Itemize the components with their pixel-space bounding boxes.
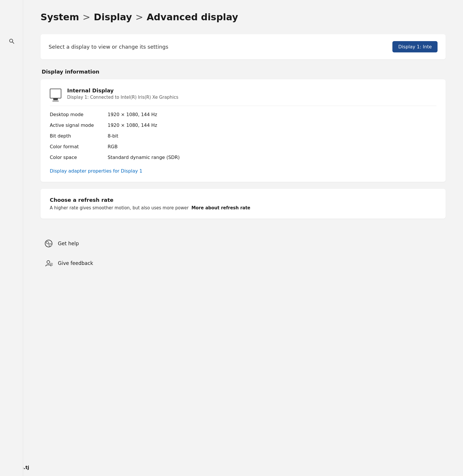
display-header: Internal Display Display 1: Connected to… xyxy=(50,87,436,106)
display-subtitle: Display 1: Connected to Intel(R) Iris(R)… xyxy=(67,95,178,100)
refresh-rate-description: A higher rate gives smoother motion, but… xyxy=(50,205,436,210)
give-feedback-icon xyxy=(44,259,53,268)
value-bit-depth: 8-bit xyxy=(108,133,436,139)
breadcrumb-sep1: > xyxy=(82,12,90,23)
svg-rect-8 xyxy=(50,263,53,266)
display-information-title: Display information xyxy=(41,69,446,75)
give-feedback-item[interactable]: Give feedback xyxy=(41,253,446,273)
display-information-card: Internal Display Display 1: Connected to… xyxy=(41,79,446,182)
value-desktop-mode: 1920 × 1080, 144 Hz xyxy=(108,112,436,117)
label-color-space: Color space xyxy=(50,155,108,160)
display-info-table: Desktop mode 1920 × 1080, 144 Hz Active … xyxy=(50,112,436,166)
svg-point-7 xyxy=(47,261,50,263)
more-about-refresh-rate-link[interactable]: More about refresh rate xyxy=(191,205,250,210)
label-desktop-mode: Desktop mode xyxy=(50,112,108,117)
refresh-rate-title: Choose a refresh rate xyxy=(50,197,436,203)
get-help-icon: ? ? xyxy=(44,239,53,248)
label-color-format: Color format xyxy=(50,144,108,149)
refresh-rate-desc-text: A higher rate gives smoother motion, but… xyxy=(50,205,189,210)
display-name: Internal Display xyxy=(67,87,178,94)
value-color-format: RGB xyxy=(108,144,436,149)
breadcrumb-system: System xyxy=(41,12,79,23)
main-content: System > Display > Advanced display Sele… xyxy=(23,0,463,296)
help-section: ? ? Get help Give feedback xyxy=(41,228,446,279)
display-title-group: Internal Display Display 1: Connected to… xyxy=(67,87,178,100)
get-help-item[interactable]: ? ? Get help xyxy=(41,234,446,253)
give-feedback-label: Give feedback xyxy=(58,260,93,266)
display-selector-label: Select a display to view or change its s… xyxy=(49,44,168,50)
breadcrumb: System > Display > Advanced display xyxy=(41,12,446,23)
adapter-properties-link[interactable]: Display adapter properties for Display 1 xyxy=(50,168,142,174)
refresh-rate-card: Choose a refresh rate A higher rate give… xyxy=(41,189,446,219)
search-button[interactable] xyxy=(5,35,18,47)
get-help-label: Get help xyxy=(58,241,79,246)
search-icon xyxy=(9,38,14,44)
breadcrumb-advanced-display: Advanced display xyxy=(147,12,238,23)
breadcrumb-display: Display xyxy=(94,12,132,23)
value-active-signal-mode: 1920 × 1080, 144 Hz xyxy=(108,122,436,128)
label-bit-depth: Bit depth xyxy=(50,133,108,139)
svg-text:?: ? xyxy=(50,244,51,247)
sidebar xyxy=(0,0,23,476)
display-selector-row: Select a display to view or change its s… xyxy=(41,34,446,59)
monitor-icon xyxy=(50,89,61,98)
footer-brand: Somon.tj xyxy=(0,465,463,470)
breadcrumb-sep2: > xyxy=(135,12,143,23)
value-color-space: Standard dynamic range (SDR) xyxy=(108,155,436,160)
display-dropdown[interactable]: Display 1: Inte xyxy=(392,41,438,52)
svg-line-1 xyxy=(12,42,14,44)
label-active-signal-mode: Active signal mode xyxy=(50,122,108,128)
